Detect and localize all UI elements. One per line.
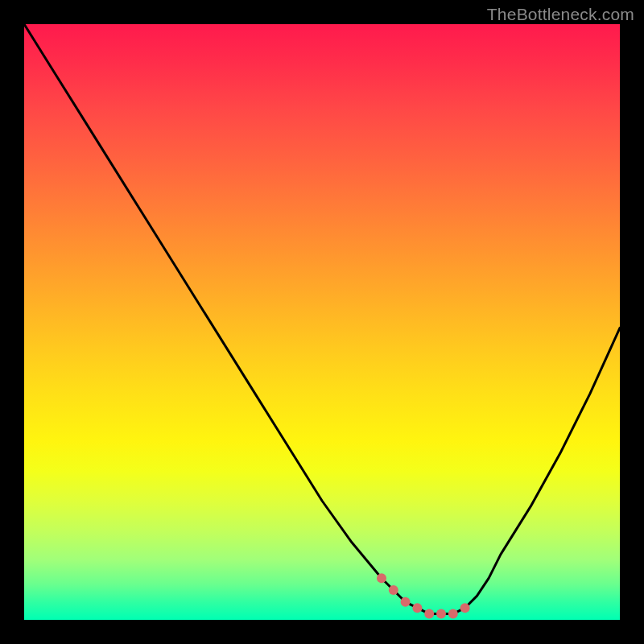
optimal-marker [448,609,458,619]
optimal-marker [377,573,386,583]
watermark-text: TheBottleneck.com [487,5,634,24]
chart-frame: TheBottleneck.com [0,0,644,644]
plot-area [24,24,620,620]
optimal-marker [424,609,434,619]
optimal-marker [460,603,470,613]
chart-svg [24,24,620,620]
curve-group [24,24,620,619]
optimal-marker [412,603,422,613]
optimal-marker [401,597,411,607]
optimal-marker [389,585,398,595]
bottleneck-curve [24,24,620,614]
optimal-range-markers [377,573,470,618]
optimal-marker [436,609,446,619]
